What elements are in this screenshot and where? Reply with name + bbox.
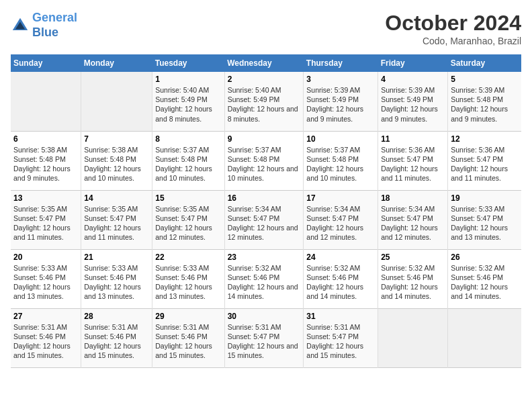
day-number: 25 (381, 253, 445, 262)
day-info: Sunrise: 5:34 AMSunset: 5:47 PMDaylight:… (306, 204, 375, 242)
day-info: Sunrise: 5:32 AMSunset: 5:46 PMDaylight:… (381, 263, 445, 302)
day-number: 22 (155, 253, 221, 262)
day-number: 27 (13, 312, 78, 321)
day-info: Sunrise: 5:34 AMSunset: 5:47 PMDaylight:… (228, 204, 301, 242)
logo: General Blue (11, 11, 77, 40)
col-header-saturday: Saturday (448, 54, 521, 72)
calendar-cell: 19Sunrise: 5:33 AMSunset: 5:47 PMDayligh… (448, 190, 521, 249)
day-info: Sunrise: 5:33 AMSunset: 5:46 PMDaylight:… (13, 263, 78, 302)
calendar-cell: 3Sunrise: 5:39 AMSunset: 5:49 PMDaylight… (304, 72, 378, 131)
day-number: 6 (13, 134, 78, 144)
col-header-monday: Monday (81, 54, 152, 72)
day-info: Sunrise: 5:32 AMSunset: 5:46 PMDaylight:… (306, 263, 375, 302)
calendar-cell: 9Sunrise: 5:37 AMSunset: 5:48 PMDaylight… (224, 131, 304, 190)
calendar-cell: 26Sunrise: 5:32 AMSunset: 5:46 PMDayligh… (448, 249, 521, 308)
calendar-header-row: SundayMondayTuesdayWednesdayThursdayFrid… (11, 54, 521, 72)
calendar-cell: 18Sunrise: 5:34 AMSunset: 5:47 PMDayligh… (378, 190, 448, 249)
day-number: 23 (228, 253, 301, 262)
day-info: Sunrise: 5:40 AMSunset: 5:49 PMDaylight:… (228, 85, 301, 124)
day-info: Sunrise: 5:34 AMSunset: 5:47 PMDaylight:… (381, 204, 445, 242)
day-info: Sunrise: 5:33 AMSunset: 5:46 PMDaylight:… (84, 263, 149, 302)
day-info: Sunrise: 5:37 AMSunset: 5:48 PMDaylight:… (155, 145, 221, 183)
day-info: Sunrise: 5:32 AMSunset: 5:46 PMDaylight:… (451, 263, 519, 302)
day-info: Sunrise: 5:35 AMSunset: 5:47 PMDaylight:… (84, 204, 149, 242)
day-info: Sunrise: 5:39 AMSunset: 5:48 PMDaylight:… (451, 85, 519, 124)
logo-text: General Blue (32, 11, 77, 40)
calendar-cell: 28Sunrise: 5:31 AMSunset: 5:46 PMDayligh… (81, 308, 152, 367)
day-number: 11 (381, 134, 445, 144)
calendar-cell: 8Sunrise: 5:37 AMSunset: 5:48 PMDaylight… (152, 131, 224, 190)
calendar-cell: 20Sunrise: 5:33 AMSunset: 5:46 PMDayligh… (11, 249, 81, 308)
day-number: 7 (84, 134, 149, 144)
day-info: Sunrise: 5:37 AMSunset: 5:48 PMDaylight:… (228, 145, 301, 183)
day-info: Sunrise: 5:32 AMSunset: 5:46 PMDaylight:… (228, 263, 301, 302)
title-block: October 2024 Codo, Maranhao, Brazil (385, 11, 521, 46)
calendar-cell: 1Sunrise: 5:40 AMSunset: 5:49 PMDaylight… (152, 72, 224, 131)
calendar-cell: 10Sunrise: 5:37 AMSunset: 5:48 PMDayligh… (304, 131, 378, 190)
sub-title: Codo, Maranhao, Brazil (385, 36, 521, 46)
day-number: 12 (451, 134, 519, 144)
calendar-cell: 12Sunrise: 5:36 AMSunset: 5:47 PMDayligh… (448, 131, 521, 190)
day-info: Sunrise: 5:38 AMSunset: 5:48 PMDaylight:… (13, 145, 78, 183)
day-number: 31 (306, 312, 375, 321)
col-header-wednesday: Wednesday (224, 54, 304, 72)
col-header-sunday: Sunday (11, 54, 81, 72)
day-number: 4 (381, 75, 445, 84)
calendar-cell: 7Sunrise: 5:38 AMSunset: 5:48 PMDaylight… (81, 131, 152, 190)
day-info: Sunrise: 5:31 AMSunset: 5:46 PMDaylight:… (13, 322, 78, 361)
calendar-cell (448, 308, 521, 367)
day-number: 13 (13, 193, 78, 203)
day-info: Sunrise: 5:35 AMSunset: 5:47 PMDaylight:… (13, 204, 78, 242)
day-number: 10 (306, 134, 375, 144)
calendar-cell: 5Sunrise: 5:39 AMSunset: 5:48 PMDaylight… (448, 72, 521, 131)
day-number: 5 (451, 75, 519, 84)
day-number: 14 (84, 193, 149, 203)
day-info: Sunrise: 5:31 AMSunset: 5:46 PMDaylight:… (84, 322, 149, 361)
day-info: Sunrise: 5:31 AMSunset: 5:47 PMDaylight:… (306, 322, 375, 361)
page-header: General Blue October 2024 Codo, Maranhao… (11, 11, 521, 46)
week-row-1: 1Sunrise: 5:40 AMSunset: 5:49 PMDaylight… (11, 72, 521, 131)
calendar-cell: 15Sunrise: 5:35 AMSunset: 5:47 PMDayligh… (152, 190, 224, 249)
day-number: 8 (155, 134, 221, 144)
calendar-cell: 27Sunrise: 5:31 AMSunset: 5:46 PMDayligh… (11, 308, 81, 367)
col-header-thursday: Thursday (304, 54, 378, 72)
day-info: Sunrise: 5:39 AMSunset: 5:49 PMDaylight:… (381, 85, 445, 124)
day-info: Sunrise: 5:38 AMSunset: 5:48 PMDaylight:… (84, 145, 149, 183)
week-row-3: 13Sunrise: 5:35 AMSunset: 5:47 PMDayligh… (11, 190, 521, 249)
day-number: 9 (228, 134, 301, 144)
day-info: Sunrise: 5:33 AMSunset: 5:46 PMDaylight:… (155, 263, 221, 302)
day-number: 16 (228, 193, 301, 203)
day-info: Sunrise: 5:31 AMSunset: 5:46 PMDaylight:… (155, 322, 221, 361)
calendar-cell: 6Sunrise: 5:38 AMSunset: 5:48 PMDaylight… (11, 131, 81, 190)
calendar-cell: 21Sunrise: 5:33 AMSunset: 5:46 PMDayligh… (81, 249, 152, 308)
day-number: 26 (451, 253, 519, 262)
col-header-tuesday: Tuesday (152, 54, 224, 72)
day-number: 3 (306, 75, 375, 84)
logo-icon (11, 16, 30, 35)
day-number: 21 (84, 253, 149, 262)
day-info: Sunrise: 5:37 AMSunset: 5:48 PMDaylight:… (306, 145, 375, 183)
day-info: Sunrise: 5:39 AMSunset: 5:49 PMDaylight:… (306, 85, 375, 124)
calendar-cell: 25Sunrise: 5:32 AMSunset: 5:46 PMDayligh… (378, 249, 448, 308)
day-number: 1 (155, 75, 221, 84)
week-row-5: 27Sunrise: 5:31 AMSunset: 5:46 PMDayligh… (11, 308, 521, 367)
calendar-cell: 14Sunrise: 5:35 AMSunset: 5:47 PMDayligh… (81, 190, 152, 249)
col-header-friday: Friday (378, 54, 448, 72)
day-number: 29 (155, 312, 221, 321)
calendar-cell: 2Sunrise: 5:40 AMSunset: 5:49 PMDaylight… (224, 72, 304, 131)
day-info: Sunrise: 5:35 AMSunset: 5:47 PMDaylight:… (155, 204, 221, 242)
day-number: 2 (228, 75, 301, 84)
calendar-cell: 23Sunrise: 5:32 AMSunset: 5:46 PMDayligh… (224, 249, 304, 308)
day-info: Sunrise: 5:36 AMSunset: 5:47 PMDaylight:… (381, 145, 445, 183)
calendar-cell: 4Sunrise: 5:39 AMSunset: 5:49 PMDaylight… (378, 72, 448, 131)
day-info: Sunrise: 5:40 AMSunset: 5:49 PMDaylight:… (155, 85, 221, 124)
day-info: Sunrise: 5:31 AMSunset: 5:47 PMDaylight:… (228, 322, 301, 361)
calendar-cell (11, 72, 81, 131)
calendar-cell: 13Sunrise: 5:35 AMSunset: 5:47 PMDayligh… (11, 190, 81, 249)
calendar-cell (378, 308, 448, 367)
day-number: 30 (228, 312, 301, 321)
calendar-cell: 16Sunrise: 5:34 AMSunset: 5:47 PMDayligh… (224, 190, 304, 249)
main-title: October 2024 (385, 11, 521, 36)
day-number: 18 (381, 193, 445, 203)
calendar-cell: 24Sunrise: 5:32 AMSunset: 5:46 PMDayligh… (304, 249, 378, 308)
